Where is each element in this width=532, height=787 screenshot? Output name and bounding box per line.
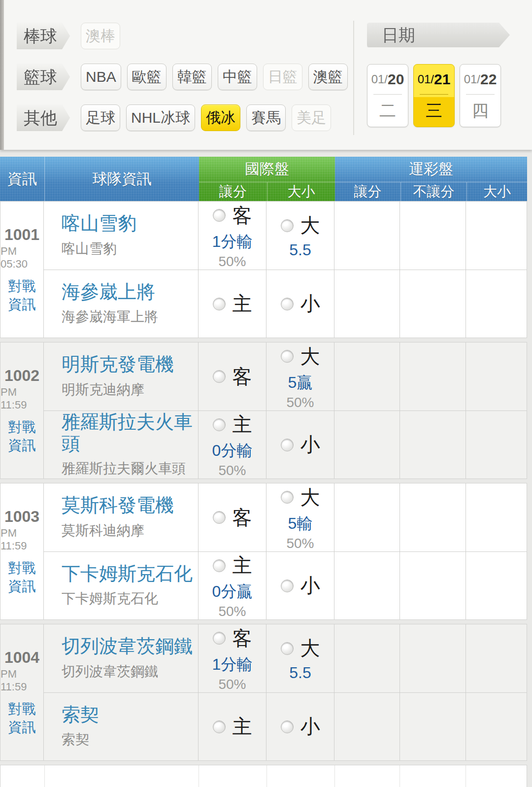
match-info-cell: 1001 PM 05:30 對戰資訊: [0, 202, 44, 338]
filter-group-baseball: 棒球 澳棒: [17, 23, 126, 49]
match-detail-link[interactable]: 對戰資訊: [7, 277, 37, 313]
radio-icon[interactable]: [213, 720, 226, 733]
intl-total-cell[interactable]: 小: [266, 693, 334, 760]
intl-total-cell[interactable]: 小: [266, 411, 334, 479]
filter-button-japan-basketball[interactable]: 日籃: [263, 64, 302, 90]
total-line: 5輸: [288, 513, 313, 535]
date-option-0121-selected[interactable]: 01/21 三: [413, 64, 455, 127]
radio-icon[interactable]: [281, 580, 294, 592]
radio-icon[interactable]: [213, 632, 226, 645]
filter-group-basketball: 籃球 NBA 歐籃 韓籃 中籃 日籃 澳籃: [17, 64, 354, 90]
header-intl-spread: 讓分: [199, 182, 267, 201]
intl-spread-cell[interactable]: 客 1分輸 50%: [199, 202, 266, 270]
lottery-spread-cell: [334, 552, 400, 619]
header-lottery-title: 運彩盤: [335, 157, 527, 182]
team-name[interactable]: 切列波韋茨鋼鐵: [62, 636, 193, 657]
spread-line: 0分輸: [212, 440, 253, 462]
header-info: 資訊: [0, 157, 44, 201]
match-time: PM 05:30: [0, 245, 43, 271]
radio-icon[interactable]: [281, 439, 294, 451]
intl-total-cell[interactable]: 大 5.5: [266, 624, 334, 692]
match-id: 1001: [4, 226, 39, 244]
intl-spread-cell[interactable]: 主: [199, 693, 266, 760]
filter-button-us-football[interactable]: 美足: [292, 104, 331, 131]
match-info-cell: 1003 PM 11:59 對戰資訊: [0, 483, 44, 619]
intl-total-cell[interactable]: 大 5贏 50%: [266, 342, 334, 411]
team-name[interactable]: 雅羅斯拉夫火車頭: [62, 411, 198, 454]
spread-line: 1分輸: [212, 231, 253, 253]
intl-spread-cell[interactable]: 主: [199, 270, 266, 338]
header-lottery-subrow: 讓分 不讓分 大小: [335, 182, 527, 201]
team-name[interactable]: 喀山雪豹: [62, 213, 136, 235]
date-label: 01/21: [418, 65, 451, 94]
radio-icon[interactable]: [281, 642, 294, 655]
filter-button-aus-basketball[interactable]: 澳籃: [308, 64, 348, 90]
pick-label: 大: [300, 484, 320, 511]
radio-icon[interactable]: [213, 559, 226, 572]
filter-button-horse-racing[interactable]: 賽馬: [246, 104, 286, 131]
spread-percent: 50%: [218, 254, 246, 270]
date-banner: 日期: [367, 23, 510, 47]
intl-spread-cell[interactable]: 主 0分贏 50%: [199, 552, 266, 619]
team-cell: 雅羅斯拉夫火車頭 雅羅斯拉夫爾火車頭: [44, 411, 199, 479]
lottery-total-cell: [466, 411, 527, 479]
radio-icon[interactable]: [281, 298, 294, 310]
filter-button-soccer[interactable]: 足球: [81, 104, 120, 131]
date-option-0122[interactable]: 01/22 四: [460, 64, 501, 127]
intl-total-cell[interactable]: 大 5輸 50%: [266, 483, 334, 551]
radio-icon[interactable]: [281, 491, 294, 504]
match-detail-link[interactable]: 對戰資訊: [7, 418, 37, 454]
team-name[interactable]: 海參崴上將: [62, 281, 155, 303]
team-cell: 明斯克發電機 明斯克迪納摩: [44, 342, 199, 411]
radio-icon[interactable]: [281, 219, 294, 232]
team-alias: 明斯克迪納摩: [62, 380, 144, 399]
team-alias: 海參崴海軍上將: [62, 308, 158, 326]
lottery-spread-cell: [334, 270, 400, 338]
pick-label: 主: [233, 290, 252, 317]
filter-button-korea-basketball[interactable]: 韓籃: [172, 64, 212, 90]
match-row-1004: 1004 PM 11:59 對戰資訊 切列波韋茨鋼鐵 切列波韋茨鋼鐵 客 1分輸…: [0, 624, 527, 761]
team-name[interactable]: 明斯克發電機: [62, 354, 174, 376]
match-detail-link[interactable]: 對戰資訊: [7, 700, 37, 736]
total-percent: 50%: [286, 395, 314, 411]
lottery-nospread-cell: [400, 552, 466, 619]
radio-icon[interactable]: [213, 298, 226, 310]
radio-icon[interactable]: [213, 418, 226, 431]
radio-icon[interactable]: [281, 720, 294, 733]
filter-button-china-basketball[interactable]: 中籃: [218, 64, 257, 90]
match-time: PM 11:59: [0, 668, 43, 693]
team-name[interactable]: 索契: [62, 704, 99, 726]
team-row-away: 明斯克發電機 明斯克迪納摩 客 大 5贏 50%: [44, 342, 527, 411]
team-alias: 切列波韋茨鋼鐵: [62, 662, 158, 681]
filter-button-aus-baseball[interactable]: 澳棒: [81, 23, 120, 49]
intl-spread-cell[interactable]: 主 0分輸 50%: [199, 411, 266, 479]
lottery-nospread-cell: [400, 411, 466, 479]
intl-spread-cell[interactable]: 客: [199, 342, 266, 411]
radio-icon[interactable]: [213, 370, 226, 383]
lottery-total-cell: [466, 342, 527, 411]
radio-icon[interactable]: [281, 350, 294, 363]
filter-button-euro-basketball[interactable]: 歐籃: [127, 64, 166, 90]
match-info-cell: [0, 765, 45, 787]
match-detail-link[interactable]: 對戰資訊: [7, 559, 37, 595]
team-name[interactable]: 下卡姆斯克石化: [62, 563, 193, 585]
total-percent: 50%: [286, 536, 314, 551]
team-row-away: 切列波韋茨鋼鐵 切列波韋茨鋼鐵 客 1分輸 50% 大 5.5: [44, 624, 527, 692]
team-row-home: 雅羅斯拉夫火車頭 雅羅斯拉夫爾火車頭 主 0分輸 50% 小: [44, 411, 527, 479]
intl-spread-cell[interactable]: 客: [199, 483, 266, 551]
radio-icon[interactable]: [213, 209, 226, 222]
team-row-away: 喀山雪豹 喀山雪豹 客 1分輸 50% 大 5.5: [44, 202, 527, 270]
intl-total-cell[interactable]: 小: [266, 552, 334, 619]
team-name[interactable]: 莫斯科發電機: [62, 495, 174, 516]
intl-spread-cell[interactable]: 客 1分輸 50%: [199, 624, 266, 692]
filter-panel: 棒球 澳棒 籃球 NBA 歐籃 韓籃 中籃 日籃 澳籃 其他 足球 NHL冰球 …: [0, 0, 532, 150]
filter-button-nba[interactable]: NBA: [81, 64, 121, 90]
pick-label: 客: [233, 625, 252, 652]
radio-icon[interactable]: [213, 511, 226, 524]
intl-total-cell[interactable]: 小: [266, 270, 334, 338]
odds-table: 資訊 球隊資訊 國際盤 讓分 大小 運彩盤 讓分 不讓分 大小 1001 PM …: [0, 157, 527, 787]
filter-button-nhl[interactable]: NHL冰球: [126, 104, 195, 131]
date-option-0120[interactable]: 01/20 二: [367, 64, 408, 127]
intl-total-cell[interactable]: 大 5.5: [266, 202, 334, 270]
filter-button-russia-hockey[interactable]: 俄冰: [201, 104, 240, 131]
